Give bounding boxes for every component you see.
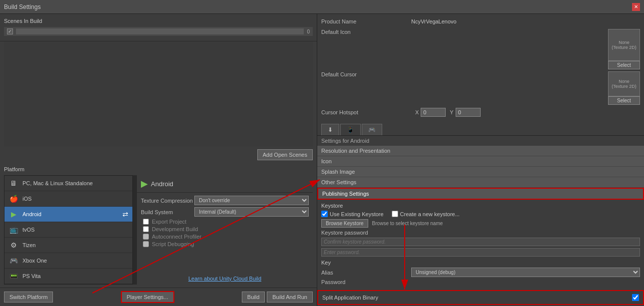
cursor-hotspot-row: Cursor Hotspot X Y	[321, 107, 640, 118]
autoconnect-profiler-checkbox[interactable]	[143, 234, 149, 240]
controller-tab-icon: 🎮	[368, 126, 376, 133]
section-resolution-label: Resolution and Presentation	[321, 148, 390, 154]
platform-label-tvos: tvOS	[22, 227, 34, 233]
tab-download[interactable]: ⬇	[321, 124, 339, 135]
build-button-group: Build Build And Run	[242, 292, 313, 303]
split-binary-label: Split Application Binary	[322, 295, 632, 301]
browse-keystore-row: Browse Keystore Browse to select keystor…	[321, 219, 640, 228]
confirm-keystore-input[interactable]	[321, 238, 640, 246]
platform-item-xbox[interactable]: 🎮 Xbox One	[4, 253, 132, 269]
section-publishing-label: Publishing Settings	[322, 191, 369, 197]
default-cursor-select-button[interactable]: Select	[608, 96, 640, 105]
platform-title: Platform	[4, 166, 313, 172]
default-icon-label: Default Icon	[321, 29, 411, 35]
script-debugging-label: Script Debugging	[152, 241, 194, 247]
script-debugging-row: Script Debugging	[141, 241, 309, 247]
download-tab-icon: ⬇	[328, 126, 333, 133]
section-icon[interactable]: Icon	[317, 156, 644, 167]
publishing-content: Keystore Use Existing Keystore Create a …	[317, 200, 644, 290]
section-other[interactable]: Other Settings	[317, 177, 644, 188]
xbox-icon: 🎮	[8, 256, 18, 266]
unity-cloud-link[interactable]: Learn about Unity Cloud Build	[188, 276, 261, 282]
texture-compression-select[interactable]: Don't override	[194, 196, 309, 205]
left-panel: Scenes In Build ✓ 0 Add Open Scenes Plat…	[0, 14, 317, 306]
scenes-in-build-section: Scenes In Build ✓ 0	[0, 14, 317, 41]
use-existing-keystore-text: Use Existing Keystore	[330, 211, 384, 217]
default-icon-widget: None(Texture 2D) Select	[608, 29, 640, 69]
section-other-label: Other Settings	[321, 179, 356, 185]
build-system-select[interactable]: Internal (Default)	[194, 207, 309, 217]
development-build-row: Development Build	[141, 226, 309, 232]
alias-select[interactable]: Unsigned (debug)	[411, 268, 640, 277]
create-new-keystore-label[interactable]: Create a new keystore...	[392, 211, 460, 217]
key-password-row: Password	[321, 279, 640, 285]
default-icon-none-label: None(Texture 2D)	[612, 40, 637, 50]
platform-item-android[interactable]: ▶ Android ⇄	[4, 207, 132, 222]
autoconnect-profiler-label: Autoconnect Profiler	[152, 234, 201, 240]
hotspot-x-group: X	[415, 108, 446, 117]
platform-label-pc: PC, Mac & Linux Standalone	[22, 180, 93, 186]
enter-password-row	[321, 248, 640, 257]
tab-phone[interactable]: 📱	[340, 124, 361, 135]
platform-scrollbar[interactable]	[133, 175, 137, 285]
hotspot-y-input[interactable]	[456, 108, 481, 117]
platform-item-tizen[interactable]: ⚙ Tizen	[4, 238, 132, 253]
development-build-label: Development Build	[152, 226, 198, 232]
build-options-fields: Texture Compression Don't override Build…	[137, 193, 313, 252]
switch-platform-button[interactable]: Switch Platform	[4, 292, 53, 303]
development-build-checkbox[interactable]	[143, 226, 149, 232]
section-resolution[interactable]: Resolution and Presentation	[317, 146, 644, 156]
psvita-icon: 📟	[8, 271, 18, 281]
scene-item: ✓ 0	[4, 27, 313, 36]
platform-label-psvita: PS Vita	[22, 273, 41, 279]
platform-label-android: Android	[22, 211, 41, 217]
platform-item-ios[interactable]: 🍎 iOS	[4, 191, 132, 207]
ios-icon: 🍎	[8, 194, 18, 204]
keystore-password-label: Keystore password	[321, 230, 411, 236]
split-binary-section: Split Application Binary	[317, 290, 644, 305]
autoconnect-profiler-row: Autoconnect Profiler	[141, 234, 309, 240]
enter-password-input[interactable]	[321, 248, 640, 257]
platform-item-psvita[interactable]: 📟 PS Vita	[4, 269, 132, 284]
browse-hint-text: Browse to select keystore name	[372, 221, 640, 226]
confirm-keystore-row	[321, 238, 640, 246]
default-cursor-widget: None(Texture 2D) Select	[608, 71, 640, 105]
section-splash[interactable]: Splash Image	[317, 167, 644, 177]
browse-keystore-button[interactable]: Browse Keystore	[321, 219, 368, 228]
default-icon-select-button[interactable]: Select	[608, 61, 640, 69]
default-icon-row: Default Icon None(Texture 2D) Select	[321, 29, 640, 69]
scene-checkbox[interactable]: ✓	[7, 28, 13, 34]
build-and-run-button[interactable]: Build And Run	[267, 292, 313, 303]
android-icon: ▶	[8, 209, 18, 219]
player-top-section: Product Name NcyVrVegaLenovo Default Ico…	[317, 14, 644, 122]
build-options-section: ▶ Android Texture Compression Don't over…	[137, 175, 313, 285]
use-existing-keystore-checkbox[interactable]	[321, 211, 328, 217]
hotspot-x-input[interactable]	[421, 108, 446, 117]
build-button[interactable]: Build	[242, 292, 265, 303]
tab-controller[interactable]: 🎮	[362, 124, 382, 135]
default-cursor-preview: None(Texture 2D)	[608, 71, 640, 96]
export-project-checkbox[interactable]	[143, 219, 149, 225]
section-publishing[interactable]: Publishing Settings	[317, 188, 644, 200]
key-section: Key Alias Unsigned (debug) Password	[321, 260, 640, 285]
create-new-keystore-checkbox[interactable]	[392, 211, 398, 217]
build-options-spacer	[137, 252, 313, 273]
scenes-area	[4, 41, 313, 146]
script-debugging-checkbox[interactable]	[143, 241, 149, 247]
scene-num: 0	[307, 29, 310, 34]
right-panel: Product Name NcyVrVegaLenovo Default Ico…	[317, 14, 644, 306]
platform-item-tvos[interactable]: 📺 tvOS	[4, 222, 132, 238]
add-open-scenes-button[interactable]: Add Open Scenes	[257, 149, 313, 160]
hotspot-x-label: X	[415, 109, 419, 115]
use-existing-keystore-label[interactable]: Use Existing Keystore	[321, 211, 384, 217]
platform-list-wrap: 🖥 PC, Mac & Linux Standalone 🍎 iOS ▶ And…	[4, 175, 313, 285]
close-button[interactable]: ✕	[632, 3, 640, 11]
keystore-password-row: Keystore password	[321, 230, 640, 236]
phone-tab-icon: 📱	[347, 126, 354, 133]
keystore-title: Keystore	[321, 203, 640, 209]
platform-item-pc[interactable]: 🖥 PC, Mac & Linux Standalone	[4, 176, 132, 191]
product-name-label: Product Name	[321, 18, 411, 24]
player-settings-button[interactable]: Player Settings...	[121, 291, 174, 303]
split-binary-checkbox[interactable]	[632, 294, 639, 301]
texture-compression-label: Texture Compression	[141, 198, 194, 204]
